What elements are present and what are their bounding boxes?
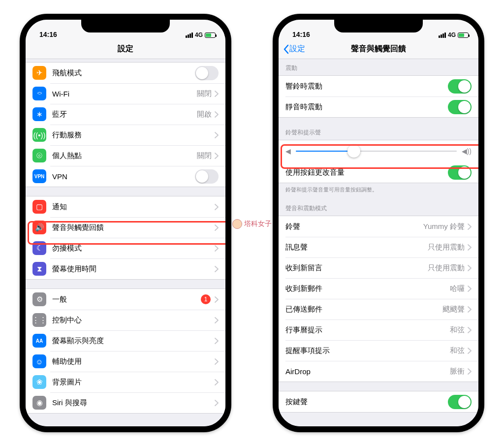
signal-icon	[186, 32, 193, 38]
siri-icon: ◉	[32, 396, 46, 410]
vpn-icon: VPN	[32, 169, 46, 183]
volume-low-icon: ◀	[285, 147, 291, 155]
row-label: 使用按鈕更改音量	[285, 168, 448, 177]
watermark-text: 塔科女子	[244, 220, 272, 228]
settings-row[interactable]: 使用按鈕更改音量	[279, 162, 478, 183]
settings-row[interactable]: ⚙一般1	[26, 289, 225, 310]
row-label: 收到新郵件	[285, 284, 450, 293]
chevron-right-icon	[215, 224, 219, 231]
chevron-right-icon	[215, 153, 219, 159]
row-label: 螢幕使用時間	[52, 264, 215, 274]
signal-icon	[439, 32, 446, 38]
page-title: 設定	[118, 44, 133, 54]
settings-row[interactable]: ❀背景圖片	[26, 372, 225, 392]
chevron-right-icon	[468, 327, 472, 333]
row-label: 響鈴時震動	[285, 82, 448, 91]
settings-row[interactable]: ⧗螢幕使用時間	[26, 258, 225, 279]
settings-row[interactable]: ⋮⋮控制中心	[26, 310, 225, 330]
settings-row[interactable]: ◉Siri 與搜尋	[26, 392, 225, 413]
switches-icon: ⋮⋮	[32, 313, 46, 327]
settings-row[interactable]: AA螢幕顯示與亮度	[26, 330, 225, 351]
settings-row[interactable]: 提醒事項提示和弦	[279, 340, 478, 361]
notch	[334, 20, 423, 32]
settings-row[interactable]: ☺輔助使用	[26, 351, 225, 372]
chevron-right-icon	[468, 306, 472, 313]
back-button[interactable]: 設定	[283, 39, 305, 59]
row-value: 哈囉	[450, 284, 465, 293]
settings-row[interactable]: ⌔Wi-Fi關閉	[26, 83, 225, 104]
settings-row[interactable]: ∗藍牙開啟	[26, 104, 225, 125]
toggle-switch[interactable]	[448, 79, 472, 94]
row-value: 只使用震動	[428, 263, 465, 273]
settings-row[interactable]: 響鈴時震動	[279, 76, 478, 96]
settings-row[interactable]: 訊息聲只使用震動	[279, 237, 478, 257]
row-value: 颼颼聲	[442, 305, 465, 314]
settings-row[interactable]: ✈飛航模式	[26, 63, 225, 83]
row-label: 聲音與觸覺回饋	[52, 223, 215, 232]
volume-high-icon: ◀))	[462, 147, 472, 155]
row-label: 通知	[52, 202, 215, 212]
group-header: 聲音和震動模式	[279, 202, 478, 216]
settings-row[interactable]: 行事曆提示和弦	[279, 320, 478, 340]
back-label: 設定	[289, 44, 305, 54]
battery-icon	[205, 32, 216, 38]
settings-row[interactable]: 靜音時震動	[279, 96, 478, 117]
row-label: Siri 與搜尋	[52, 398, 215, 408]
page-title: 聲音與觸覺回饋	[351, 44, 406, 54]
settings-row[interactable]: 🔊聲音與觸覺回饋	[26, 217, 225, 238]
toggle-switch[interactable]	[195, 169, 219, 184]
accessibility-icon: ☺	[32, 354, 46, 368]
chevron-right-icon	[215, 400, 219, 406]
chevron-right-icon	[215, 296, 219, 303]
row-label: 提醒事項提示	[285, 346, 450, 355]
settings-row[interactable]: 收到新留言只使用震動	[279, 257, 478, 278]
settings-row[interactable]: 收到新郵件哈囉	[279, 278, 478, 299]
chevron-right-icon	[215, 111, 219, 118]
volume-slider[interactable]	[296, 151, 457, 152]
row-label: 靜音時震動	[285, 102, 448, 112]
chevron-right-icon	[468, 265, 472, 271]
gear-icon: ⚙	[32, 292, 46, 306]
row-value: 關閉	[197, 151, 212, 160]
row-label: VPN	[52, 172, 195, 181]
row-label: 鈴聲	[285, 222, 423, 231]
nav-bar: 設定	[26, 39, 225, 59]
row-label: 行動服務	[52, 130, 215, 140]
toggle-switch[interactable]	[448, 100, 472, 114]
chevron-right-icon	[468, 348, 472, 354]
chevron-right-icon	[215, 338, 219, 344]
settings-row[interactable]: 按鍵聲	[279, 391, 478, 412]
airplane-icon: ✈	[32, 66, 46, 80]
chevron-right-icon	[468, 368, 472, 375]
notch	[81, 20, 170, 32]
settings-row[interactable]: ⦾個人熱點關閉	[26, 145, 225, 166]
row-label: 背景圖片	[52, 378, 215, 387]
chevron-right-icon	[215, 204, 219, 210]
chevron-right-icon	[215, 266, 219, 272]
settings-row[interactable]: ▢通知	[26, 196, 225, 217]
row-label: 收到新留言	[285, 263, 428, 273]
phone-left: 14:16 4G 設定 ✈飛航模式⌔Wi-Fi關閉∗藍牙開啟((•))行動服務⦾…	[20, 14, 231, 432]
toggle-switch[interactable]	[195, 66, 219, 80]
settings-row[interactable]: 鈴聲Yummy 鈴聲	[279, 216, 478, 237]
settings-row[interactable]: ☾勿擾模式	[26, 238, 225, 258]
chevron-right-icon	[215, 245, 219, 252]
battery-icon	[458, 32, 469, 38]
wifi-icon: ⌔	[32, 87, 46, 100]
row-value: 關閉	[197, 89, 212, 98]
toggle-switch[interactable]	[448, 165, 472, 180]
settings-row[interactable]: AirDrop脈衝	[279, 361, 478, 382]
toggle-switch[interactable]	[448, 395, 472, 409]
row-value: Yummy 鈴聲	[423, 222, 465, 231]
row-label: 控制中心	[52, 316, 215, 325]
settings-row[interactable]: 已傳送郵件颼颼聲	[279, 299, 478, 320]
hotspot-icon: ⦾	[32, 149, 46, 162]
row-value: 開啟	[197, 110, 212, 119]
bluetooth-icon: ∗	[32, 107, 46, 121]
row-value: 脈衝	[450, 367, 465, 376]
settings-row[interactable]: ((•))行動服務	[26, 125, 225, 145]
nav-bar: 設定 聲音與觸覺回饋	[279, 39, 478, 59]
textsize-icon: AA	[32, 334, 46, 348]
settings-row[interactable]: VPNVPN	[26, 166, 225, 187]
avatar-icon	[232, 219, 242, 229]
